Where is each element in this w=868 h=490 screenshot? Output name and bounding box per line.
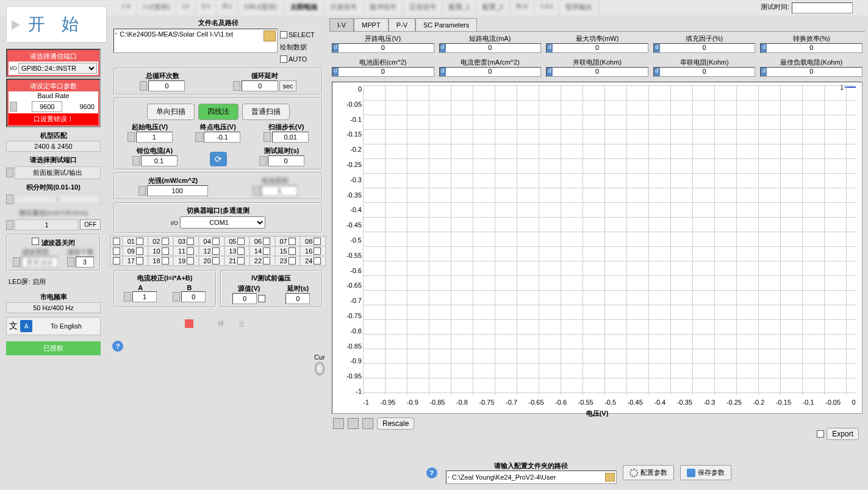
cursor-knob[interactable]: [315, 362, 325, 375]
spinner-icon[interactable]: [6, 168, 13, 177]
top-tab[interactable]: 暂存输出: [559, 0, 599, 16]
language-button[interactable]: 文ATo English: [6, 317, 101, 335]
channel-09[interactable]: 09: [123, 246, 148, 256]
spinner-icon[interactable]: [132, 156, 140, 166]
channel-11[interactable]: 11: [173, 246, 199, 256]
light-value[interactable]: [147, 185, 208, 196]
top-tab[interactable]: I-V: [116, 0, 137, 16]
channel-01[interactable]: 01: [123, 236, 148, 246]
select-checkbox[interactable]: [280, 31, 287, 38]
top-tab[interactable]: I-V-t: [534, 0, 559, 16]
export-button[interactable]: Export: [827, 428, 859, 440]
channel-03[interactable]: 03: [173, 236, 199, 246]
help-icon[interactable]: ?: [112, 341, 123, 352]
top-tab[interactable]: 正弦信号: [403, 0, 443, 16]
auto-checkbox[interactable]: [280, 55, 287, 63]
channel-row-checkbox[interactable]: [110, 246, 123, 256]
test-delay-value[interactable]: [268, 155, 304, 166]
led-button[interactable]: LED屏: 启用: [6, 275, 101, 289]
spinner-icon[interactable]: [67, 257, 74, 267]
channel-08[interactable]: 08: [300, 236, 326, 246]
channel-22[interactable]: 22: [249, 256, 275, 266]
channel-06[interactable]: 06: [249, 236, 275, 246]
freq-value[interactable]: 50 Hz/400 Hz: [6, 302, 101, 313]
file-path-box[interactable]: ▫C:\Ke2400S-MEAS\Solar Cell I-V\1.txt: [113, 29, 278, 53]
spinner-icon[interactable]: [173, 292, 180, 302]
spinner-icon[interactable]: [127, 132, 135, 142]
save-params-button[interactable]: 保存参数: [680, 465, 731, 480]
baud-left[interactable]: [32, 101, 62, 112]
top-tab[interactable]: V-t: [195, 0, 216, 16]
spinner-icon[interactable]: [6, 194, 13, 204]
step-v-value[interactable]: [272, 132, 309, 143]
range-value[interactable]: 1: [15, 219, 79, 230]
channel-24[interactable]: 24: [300, 256, 326, 266]
spinner-icon[interactable]: [195, 132, 203, 142]
config-path-box[interactable]: ▫C:\Zeal Young\Ke24_ProV2-4\User: [446, 470, 617, 484]
channel-02[interactable]: 02: [148, 236, 174, 246]
model-value[interactable]: 2400 & 2450: [6, 141, 101, 152]
channel-04[interactable]: 04: [199, 236, 224, 246]
loop-delay-value[interactable]: [242, 80, 278, 91]
channel-21[interactable]: 21: [224, 256, 250, 266]
four-wire-button[interactable]: 四线法: [198, 104, 239, 120]
channel-17[interactable]: 17: [123, 256, 148, 266]
channel-row-checkbox[interactable]: [110, 256, 123, 266]
chart-tool-icon[interactable]: [362, 418, 373, 429]
start-v-value[interactable]: [136, 132, 173, 143]
prebias-src-value[interactable]: [232, 293, 257, 304]
channel-15[interactable]: 15: [275, 246, 301, 256]
calib-a-value[interactable]: [132, 291, 157, 302]
top-tab[interactable]: R-V: [510, 0, 534, 16]
channel-18[interactable]: 18: [148, 256, 174, 266]
spinner-icon[interactable]: [253, 186, 260, 196]
spinner-icon[interactable]: [259, 156, 267, 166]
channel-07[interactable]: 07: [275, 236, 301, 246]
channel-12[interactable]: 12: [199, 246, 224, 256]
clamp-i-value[interactable]: [141, 155, 178, 166]
channel-row-checkbox[interactable]: [110, 236, 123, 246]
top-tab[interactable]: I-t: [176, 0, 195, 16]
tab-mppt[interactable]: MPPT: [354, 18, 389, 31]
tab-pv[interactable]: P-V: [389, 18, 415, 31]
total-loop-value[interactable]: [148, 80, 185, 91]
inttime-value[interactable]: 1: [15, 194, 101, 205]
top-tab[interactable]: 方波信号: [324, 0, 364, 16]
top-tab[interactable]: R-t: [217, 0, 239, 16]
top-tab[interactable]: I-V(暂存): [137, 0, 176, 16]
switcher-port-select[interactable]: COM1: [180, 216, 265, 229]
export-checkbox[interactable]: [817, 430, 824, 438]
testport-value[interactable]: 前面板测试/输出: [15, 166, 101, 179]
spinner-icon[interactable]: [233, 81, 240, 91]
prebias-delay-value[interactable]: [285, 293, 310, 304]
channel-10[interactable]: 10: [148, 246, 174, 256]
chart-tool-icon[interactable]: [333, 418, 344, 429]
top-tab-active[interactable]: 太阳电池: [284, 0, 324, 16]
channel-20[interactable]: 20: [199, 256, 224, 266]
start-button[interactable]: 开 始: [6, 6, 107, 43]
filter-checkbox[interactable]: [32, 238, 39, 245]
spinner-icon[interactable]: [264, 132, 271, 142]
config-params-button[interactable]: 配置参数: [623, 465, 674, 480]
help-icon[interactable]: ?: [426, 467, 437, 478]
channel-13[interactable]: 13: [224, 246, 250, 256]
spinner-icon[interactable]: [138, 186, 146, 196]
filter-count-value[interactable]: [76, 257, 94, 268]
tab-sc[interactable]: SC Parameters: [415, 18, 477, 31]
comm-port-select[interactable]: GPIB0::24::INSTR: [18, 63, 97, 74]
calib-b-value[interactable]: [181, 291, 206, 302]
channel-05[interactable]: 05: [224, 236, 250, 246]
folder-icon[interactable]: [264, 30, 276, 41]
prebias-checkbox[interactable]: [258, 295, 265, 302]
refresh-icon[interactable]: ⟳: [210, 152, 227, 166]
spinner-icon[interactable]: [140, 81, 147, 91]
chart-tool-icon[interactable]: [348, 418, 359, 429]
range-off-button[interactable]: OFF: [80, 219, 101, 230]
filter-type-value[interactable]: [21, 257, 58, 268]
spinner-icon[interactable]: [6, 220, 13, 230]
spinner-icon[interactable]: [124, 292, 131, 302]
channel-16[interactable]: 16: [300, 246, 326, 256]
end-v-value[interactable]: [204, 132, 240, 143]
channel-23[interactable]: 23: [275, 256, 301, 266]
top-tab[interactable]: 配置_2: [476, 0, 510, 16]
